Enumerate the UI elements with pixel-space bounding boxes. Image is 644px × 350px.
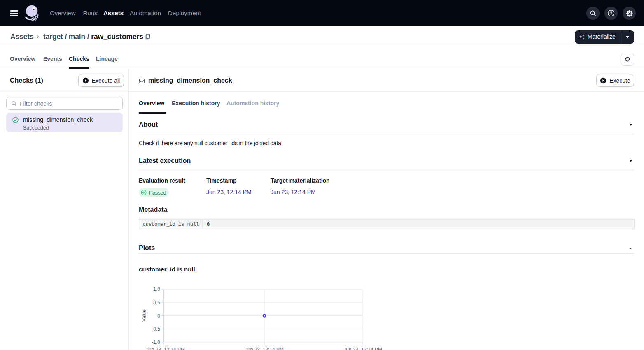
svg-text:-0.5: -0.5 [152,326,160,332]
svg-text:Jun 23, 12:14 PM: Jun 23, 12:14 PM [343,347,382,350]
svg-text:Value: Value [141,309,147,322]
svg-text:0.5: 0.5 [153,300,160,306]
svg-text:-1.0: -1.0 [152,339,160,345]
svg-text:1.0: 1.0 [153,286,160,292]
svg-text:Jun 23, 12:14 PM: Jun 23, 12:14 PM [245,347,284,350]
svg-text:0: 0 [157,313,160,319]
svg-text:Jun 23, 12:14 PM: Jun 23, 12:14 PM [146,347,185,350]
